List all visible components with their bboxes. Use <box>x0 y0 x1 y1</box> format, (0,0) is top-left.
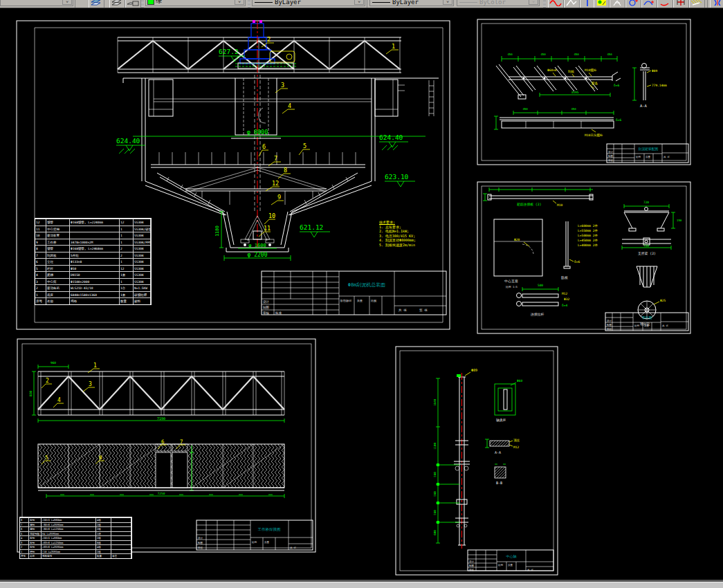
command-line-area[interactable] <box>0 582 723 588</box>
color-combo-value: 绿 <box>156 0 162 6</box>
revision-cloud-tool-icon[interactable] <box>657 0 673 8</box>
svg-text:B-B: B-B <box>496 481 502 485</box>
svg-text:耙齿连接板 (2): 耙齿连接板 (2) <box>517 202 542 207</box>
rib-plate-detail: δ=6 筋板 L=600mm 2件 L=550mm 2件 L=500mm 2件 … <box>561 221 598 280</box>
svg-text:1: 1 <box>93 362 97 369</box>
dimension-tool-icon[interactable] <box>673 0 689 8</box>
center-support-detail: Φ20 中心支座 比例 1:5 <box>494 219 542 288</box>
color-swatch-green <box>147 0 154 5</box>
truss-dims: 960 850 7190 <box>29 361 284 423</box>
sheet-part-details: M10 耙齿连接板 (2) Φ20 中心支座 比例 1:5 δ=6 筋板 L=6… <box>475 180 693 336</box>
svg-text:5: 5 <box>45 454 48 461</box>
dim-1180: 1180 <box>214 226 220 237</box>
block-tool-icon[interactable] <box>710 0 723 8</box>
callout-6: 6 <box>262 143 266 150</box>
color-combo[interactable]: 绿 ⌄ <box>145 0 246 6</box>
layer-combo[interactable]: ⌄ <box>0 0 73 6</box>
chevron-down-icon[interactable]: ⌄ <box>354 0 364 5</box>
svg-text:设计: 设计 <box>469 560 475 563</box>
svg-text:质量: 质量 <box>357 299 363 302</box>
lineweight-combo[interactable]: ByLayer ⌄ <box>369 0 454 6</box>
svg-text:A-A: A-A <box>640 104 648 108</box>
quick-select-tool-icon[interactable] <box>594 0 610 8</box>
technical-notes: 技术要求: 1. 总装要求;2. 电机N=1.1kW;3. 电压380/415 … <box>379 220 416 247</box>
callout-9: 9 <box>277 194 281 201</box>
svg-text:450: 450 <box>540 53 546 56</box>
svg-text:比例: 比例 <box>252 541 257 544</box>
chevron-down-icon[interactable]: ⌄ <box>62 0 72 5</box>
linetype-combo[interactable]: ByLayer ⌄ <box>252 0 365 6</box>
layer-properties-button[interactable] <box>125 0 141 8</box>
svg-text:560: 560 <box>433 491 437 497</box>
object-properties-toolbar: ⌄ 绿 ⌄ ByLayer ⌄ ByLayer ⌄ <box>0 0 723 8</box>
explode-tool-icon[interactable] <box>610 0 625 8</box>
svg-text:1100: 1100 <box>433 443 437 450</box>
svg-text:轴承座: 轴承座 <box>496 418 506 423</box>
svg-text:中心支座: 中心支座 <box>504 279 518 284</box>
svg-text:A-A: A-A <box>495 450 501 454</box>
bom-rows: 12钢管Φ168钢管, L=2240mm12SS30411中心竖轴1SS304/… <box>35 219 151 297</box>
callout-7: 7 <box>274 155 277 162</box>
hatch-tool-icon[interactable] <box>689 0 705 8</box>
notes-list: 1. 总装要求;2. 电机N=1.1kW;3. 电压380/415 KV;4. … <box>379 225 416 248</box>
make-layer-current-button[interactable] <box>89 0 104 8</box>
sheet3-title-block: 零件图 设计 制图 审核 比例 质量 共 张 <box>605 313 688 331</box>
svg-text:7250: 7250 <box>158 492 165 495</box>
svg-text:δ=6: δ=6 <box>574 260 580 264</box>
table-row: 1底座6848×1580×13601套碳钢组焊 <box>35 291 151 298</box>
svg-text:L=450mm 2件: L=450mm 2件 <box>578 239 598 242</box>
table-row: 3中心筒Φ1500×20001SS304 <box>35 278 151 285</box>
svg-text:比例: 比例 <box>636 156 641 158</box>
callout-4: 4 <box>288 102 291 109</box>
svg-text:第 张: 第 张 <box>419 309 428 312</box>
svg-text:Φ89: Φ89 <box>652 69 657 73</box>
drawing-title: Φ8m刮泥机总装图 <box>348 282 386 288</box>
svg-text:7: 7 <box>180 439 183 445</box>
svg-text:支撑梁 (2): 支撑梁 (2) <box>638 251 656 256</box>
svg-text:3: 3 <box>89 381 92 387</box>
chevron-down-icon[interactable]: ⌄ <box>235 0 244 5</box>
bearing-seat-detail: Φ60 轴承座 <box>495 379 522 423</box>
section-aa-detail5: 顶丝 M12 A-A <box>485 439 520 454</box>
drawing-canvas[interactable]: φ 8000 627.2 624.40 624.40 623.10 621.12… <box>0 8 723 580</box>
lineweight-value: ByLayer <box>392 0 419 6</box>
svg-text:设计: 设计 <box>607 319 612 322</box>
polyline-tool-icon[interactable] <box>564 0 580 8</box>
svg-text:M10螺栓: M10螺栓 <box>585 68 597 72</box>
table-row: 12钢管Φ168钢管, L=2240mm12SS304 <box>35 219 151 226</box>
shaft-dia-label: Φ89 <box>471 368 477 372</box>
svg-text:共 张: 共 张 <box>662 324 669 327</box>
plotstyle-value: ByColor <box>479 0 506 6</box>
svg-text:δ=6: δ=6 <box>616 118 621 122</box>
circle-tool-icon[interactable] <box>625 0 641 8</box>
svg-text:质量: 质量 <box>644 324 650 327</box>
sheet-center-shaft: Φ89 1640 1100 560 560 560 600 <box>393 344 560 578</box>
sheet3-border <box>477 182 690 333</box>
chevron-down-icon: ⌄ <box>529 0 538 5</box>
svg-text:M10沉头螺栓: M10沉头螺栓 <box>585 133 603 137</box>
svg-text:质量: 质量 <box>646 156 651 158</box>
table-row: 2驱动电机WLS21D-43/101台N=1.5KW <box>35 284 151 291</box>
sheet4-title-block: 工作桥焊接图 设计 制图 审核 比例 质量 共 张 <box>196 520 313 550</box>
svg-text:质量: 质量 <box>508 564 513 567</box>
arc-tool-icon[interactable] <box>641 0 657 8</box>
callout-5: 5 <box>303 143 306 149</box>
svg-text:M10: M10 <box>557 203 562 207</box>
shaft-body: Φ89 <box>454 368 477 549</box>
chevron-down-icon[interactable]: ⌄ <box>443 0 452 5</box>
dim-phi1600: φ 1600 <box>248 243 266 248</box>
svg-text:600: 600 <box>433 530 437 535</box>
rib-length-list: L=600mm 2件 L=550mm 2件 L=500mm 2件 L=450mm… <box>578 224 598 247</box>
bridge-truss <box>118 37 401 73</box>
sheet2-title-block: 刮泥耙装配图 设计 制图 审核 比例 质量 共 张 <box>607 144 688 163</box>
svg-text:审核: 审核 <box>198 546 203 549</box>
svg-text:8: 8 <box>99 454 102 461</box>
bridge-plan-view: 7250 <box>38 444 284 498</box>
svg-text:制图: 制图 <box>198 542 203 544</box>
svg-text:450: 450 <box>507 53 513 56</box>
spline-tool-icon[interactable] <box>548 0 564 8</box>
svg-text:共 张: 共 张 <box>663 156 670 158</box>
svg-text:M12: M12 <box>562 292 567 295</box>
layers-dialog-button[interactable] <box>109 0 125 8</box>
bridge-table-rows: 8角钢∠50×5 L=960mm4根7扁钢-60×6 L=3595mm2根6扁钢… <box>20 517 131 553</box>
